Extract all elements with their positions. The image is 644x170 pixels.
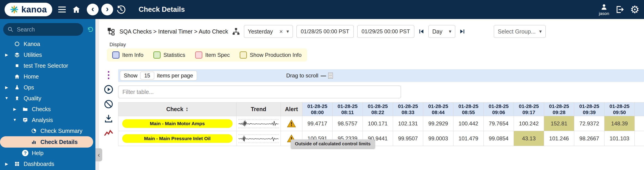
value-cell[interactable]: 100.171	[363, 116, 393, 131]
menu-icon[interactable]	[58, 6, 66, 12]
sidebar-item-checks[interactable]: ▶ Checks	[0, 104, 96, 115]
collapse-icon[interactable]: ▼	[3, 96, 10, 100]
expand-icon[interactable]: ▶	[3, 85, 10, 90]
tree-selector-icon[interactable]	[232, 27, 240, 36]
search-input[interactable]	[17, 26, 69, 33]
value-cell[interactable]: 99.4717	[302, 116, 332, 131]
interval-select[interactable]: Day ▾	[428, 25, 455, 38]
group-select[interactable]: Select Group... ▾	[494, 25, 546, 38]
end-date-value: 01/29/25 00:00 PST	[362, 28, 410, 35]
undo-icon[interactable]	[87, 26, 94, 33]
sidebar-item-analysis[interactable]: ▼ Analysis	[0, 115, 96, 125]
search-input-wrapper[interactable]	[3, 23, 83, 36]
sidebar-item-check-summary[interactable]: Check Summary	[0, 125, 96, 136]
sidebar-item-dashboards[interactable]: ▶ Dashboards	[0, 159, 96, 169]
checkbox-icon[interactable]	[240, 51, 247, 59]
dash-icon: —	[320, 73, 326, 79]
skip-back-icon[interactable]	[418, 28, 425, 35]
value-cell[interactable]: 101.246	[544, 131, 574, 146]
user-menu[interactable]: jason	[599, 3, 609, 16]
column-header-date: 01-28-2508:22	[363, 102, 393, 116]
value-cell[interactable]: 98.2667	[574, 131, 604, 146]
expand-icon[interactable]: ▶	[3, 162, 10, 166]
value-cell[interactable]: 101.103	[604, 131, 635, 146]
alert-cell[interactable]	[281, 116, 302, 131]
value-cell[interactable]: 99.2929	[423, 116, 454, 131]
value-cell[interactable]: 98.5757	[332, 116, 363, 131]
statistics-checkbox[interactable]: Statistics	[153, 51, 185, 59]
skip-forward-icon[interactable]	[459, 28, 466, 35]
date-range-select[interactable]: Yesterday × ▾	[244, 25, 293, 38]
sidebar-item-utilities[interactable]: ▶ Utilities	[0, 49, 96, 60]
column-header-date: 01-28-2508:44	[423, 102, 454, 116]
sidebar-item-quality[interactable]: ▼ Quality	[0, 93, 96, 104]
value-cell[interactable]: 101.479	[454, 131, 484, 146]
expand-icon[interactable]: ▶	[11, 107, 19, 112]
checkbox-icon[interactable]	[195, 51, 202, 59]
history-clock-icon[interactable]	[116, 4, 126, 14]
download-icon[interactable]	[104, 114, 114, 124]
value-cell[interactable]: 102.131	[393, 116, 423, 131]
sidebar-item-kanoa[interactable]: Kanoa	[0, 38, 96, 49]
sidebar-item-check-details[interactable]: Check Details	[0, 136, 93, 148]
alert-tooltip: Outside of calculated control limits	[291, 139, 374, 148]
table-action-toolbar: ⋮	[100, 70, 117, 138]
item-info-checkbox[interactable]: Item Info	[112, 51, 143, 59]
drag-to-scroll: Drag to scroll —	[286, 69, 333, 82]
value-cell[interactable]: 99.0003	[423, 131, 454, 146]
sidebar-item-label: Check Summary	[40, 128, 82, 134]
value-cell-highlighted[interactable]: 43.13	[514, 131, 544, 146]
table-row-check-cell: Main - Main Motor Amps	[118, 116, 236, 131]
user-icon	[600, 3, 608, 11]
table-filter-input[interactable]	[118, 85, 401, 98]
sidebar-item-home[interactable]: Home	[0, 71, 96, 82]
start-date-input[interactable]: 01/28/25 00:00 PST	[296, 25, 354, 38]
value-cell[interactable]: 100.442	[454, 116, 484, 131]
back-arrow-icon: ‹	[91, 5, 94, 13]
value-cell[interactable]: 99.9507	[393, 131, 423, 146]
value-cell[interactable]: 72.9372	[574, 116, 604, 131]
page-size-input[interactable]	[140, 72, 154, 80]
value-cell[interactable]: 100.242	[514, 116, 544, 131]
circle-icon	[13, 41, 21, 47]
value-cell[interactable]: 99.0854	[484, 131, 514, 146]
checkbox-icon[interactable]	[112, 51, 120, 59]
home-icon[interactable]	[72, 5, 81, 14]
item-spec-checkbox[interactable]: Item Spec	[195, 51, 230, 59]
hierarchy-icon[interactable]	[107, 27, 116, 36]
clear-icon[interactable]: ×	[280, 28, 283, 34]
trend-cell[interactable]	[236, 116, 281, 131]
sidebar-item-test-tree-selector[interactable]: test Tree Selector	[0, 60, 96, 71]
disable-icon[interactable]	[104, 99, 114, 109]
logout-icon[interactable]	[615, 5, 624, 14]
value-cell-highlighted[interactable]: 148.39	[604, 116, 635, 131]
sidebar-item-help[interactable]: ? Help	[0, 148, 96, 159]
value-cell-highlighted[interactable]: 152.81	[544, 116, 574, 131]
trend-chart-icon[interactable]	[104, 128, 114, 138]
table-scroll-bar[interactable]: Show items per page Drag to scroll —	[118, 69, 644, 82]
value-cell[interactable]: 79.7654	[484, 116, 514, 131]
sort-icon[interactable]: ▲▼	[186, 107, 188, 112]
check-name-pill[interactable]: Main - Main Motor Amps	[122, 119, 232, 128]
checkbox-icon[interactable]	[153, 51, 160, 59]
collapse-icon[interactable]: ▼	[11, 118, 19, 122]
sidebar-item-ops[interactable]: ▶ Ops	[0, 82, 96, 93]
nav-back-button[interactable]: ‹	[87, 4, 98, 15]
run-check-icon[interactable]	[103, 84, 114, 95]
trend-cell[interactable]	[236, 131, 281, 146]
sidebar-collapse-handle[interactable]: ‹	[96, 148, 102, 161]
kanoa-logo[interactable]: kanoa	[4, 3, 52, 16]
check-name-pill[interactable]: Main - Main Pressure Inlet Oil	[122, 134, 232, 143]
sidebar-item-label: Help	[32, 150, 44, 157]
table-zone: Show items per page Drag to scroll —	[118, 69, 644, 146]
sidebar: Kanoa ▶ Utilities test Tree Selector	[0, 19, 96, 170]
more-menu-icon[interactable]: ⋮	[104, 70, 113, 80]
end-date-input[interactable]: 01/29/25 00:00 PST	[357, 25, 414, 38]
sidebar-item-label: test Tree Selector	[24, 63, 68, 69]
column-header-check[interactable]: Check ▲▼	[118, 102, 236, 116]
settings-gear-icon[interactable]: ⚙	[630, 4, 640, 15]
nav-forward-button[interactable]: ›	[101, 4, 113, 15]
drag-grip-handle[interactable]	[328, 73, 333, 79]
show-production-info-checkbox[interactable]: Show Production Info	[240, 51, 302, 59]
expand-icon[interactable]: ▶	[3, 53, 10, 57]
